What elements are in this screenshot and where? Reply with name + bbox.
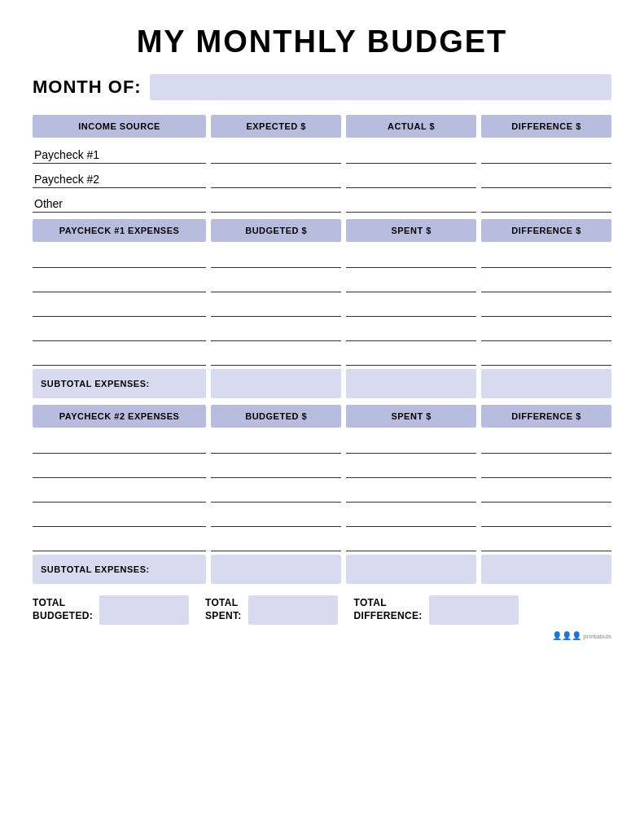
income-row2-difference[interactable]: [481, 167, 611, 188]
paycheck1-data-row-1: [33, 247, 611, 268]
paycheck2-header-row: PAYCHECK #2 EXPENSES BUDGETED $ SPENT $ …: [33, 405, 611, 428]
paycheck2-data-row-5: [33, 530, 611, 551]
p1-r1-spent[interactable]: [346, 247, 476, 268]
income-row1-difference[interactable]: [481, 143, 611, 164]
paycheck2-header-name: PAYCHECK #2 EXPENSES: [33, 405, 206, 428]
p1-r3-budgeted[interactable]: [211, 296, 341, 317]
p1-r2-spent[interactable]: [346, 271, 476, 292]
paycheck1-data-row-3: [33, 296, 611, 317]
p2-r5-label[interactable]: [33, 530, 206, 551]
p2-r2-diff[interactable]: [481, 457, 611, 478]
subtotal1-spent-value[interactable]: [346, 369, 476, 398]
p2-r4-diff[interactable]: [481, 506, 611, 527]
total-budgeted-block: TOTALBUDGETED:: [33, 595, 189, 625]
subtotal2-budgeted-value[interactable]: [211, 555, 341, 584]
p1-r1-diff[interactable]: [481, 247, 611, 268]
p2-r4-budgeted[interactable]: [211, 506, 341, 527]
p2-r1-label[interactable]: [33, 432, 206, 454]
p2-r3-diff[interactable]: [481, 481, 611, 503]
p1-r3-spent[interactable]: [346, 296, 476, 317]
subtotal2-spent-value[interactable]: [346, 555, 476, 584]
p2-r4-label[interactable]: [33, 506, 206, 527]
subtotal2-label: SUBTOTAL EXPENSES:: [33, 555, 206, 584]
paycheck2-header-difference: DIFFERENCE $: [481, 405, 611, 428]
total-spent-label: TOTALSPENT:: [205, 597, 241, 622]
income-header-expected: EXPECTED $: [211, 115, 341, 138]
p1-r3-diff[interactable]: [481, 296, 611, 317]
p2-r1-budgeted[interactable]: [211, 432, 341, 454]
p1-r4-budgeted[interactable]: [211, 320, 341, 341]
p2-r3-spent[interactable]: [346, 481, 476, 503]
income-section: INCOME SOURCE EXPECTED $ ACTUAL $ DIFFER…: [33, 115, 611, 213]
watermark-text: printabuls: [583, 633, 611, 640]
p1-r3-label[interactable]: [33, 296, 206, 317]
p1-r1-budgeted[interactable]: [211, 247, 341, 268]
income-row3-label: Other: [33, 191, 206, 213]
income-row3-difference[interactable]: [481, 191, 611, 213]
p2-r5-diff[interactable]: [481, 530, 611, 551]
p1-r5-budgeted[interactable]: [211, 345, 341, 366]
income-row-1: Paycheck #1: [33, 143, 611, 164]
p1-r5-label[interactable]: [33, 345, 206, 366]
p1-r4-diff[interactable]: [481, 320, 611, 341]
total-difference-value[interactable]: [429, 595, 519, 625]
income-row3-actual[interactable]: [346, 191, 476, 213]
p1-r5-diff[interactable]: [481, 345, 611, 366]
subtotal1-row: SUBTOTAL EXPENSES:: [33, 369, 611, 398]
p2-r2-label[interactable]: [33, 457, 206, 478]
income-row1-label: Paycheck #1: [33, 143, 206, 164]
p1-r2-diff[interactable]: [481, 271, 611, 292]
paycheck1-section: PAYCHECK #1 EXPENSES BUDGETED $ SPENT $ …: [33, 219, 611, 398]
paycheck1-header-spent: SPENT $: [346, 219, 476, 242]
p1-r2-label[interactable]: [33, 271, 206, 292]
income-row1-actual[interactable]: [346, 143, 476, 164]
income-row3-expected[interactable]: [211, 191, 341, 213]
paycheck2-data-row-3: [33, 481, 611, 503]
p2-r2-spent[interactable]: [346, 457, 476, 478]
paycheck1-data-row-5: [33, 345, 611, 366]
p1-r4-spent[interactable]: [346, 320, 476, 341]
total-spent-value[interactable]: [248, 595, 338, 625]
paycheck2-section: PAYCHECK #2 EXPENSES BUDGETED $ SPENT $ …: [33, 405, 611, 584]
p2-r3-budgeted[interactable]: [211, 481, 341, 503]
paycheck2-data-row-2: [33, 457, 611, 478]
income-row2-expected[interactable]: [211, 167, 341, 188]
income-header-actual: ACTUAL $: [346, 115, 476, 138]
p2-r5-spent[interactable]: [346, 530, 476, 551]
income-header-row: INCOME SOURCE EXPECTED $ ACTUAL $ DIFFER…: [33, 115, 611, 138]
subtotal1-label: SUBTOTAL EXPENSES:: [33, 369, 206, 398]
income-header-source: INCOME SOURCE: [33, 115, 206, 138]
p2-r3-label[interactable]: [33, 481, 206, 503]
total-difference-label: TOTALDIFFERENCE:: [354, 597, 423, 622]
month-row: MONTH OF:: [33, 74, 611, 100]
subtotal1-diff-value[interactable]: [481, 369, 611, 398]
income-row1-expected[interactable]: [211, 143, 341, 164]
month-label: MONTH OF:: [33, 77, 142, 98]
subtotal1-budgeted-value[interactable]: [211, 369, 341, 398]
p2-r2-budgeted[interactable]: [211, 457, 341, 478]
paycheck2-data-row-1: [33, 432, 611, 454]
p1-r5-spent[interactable]: [346, 345, 476, 366]
income-row2-actual[interactable]: [346, 167, 476, 188]
paycheck2-header-spent: SPENT $: [346, 405, 476, 428]
paycheck1-data-row-4: [33, 320, 611, 341]
p2-r1-diff[interactable]: [481, 432, 611, 454]
paycheck1-data-row-2: [33, 271, 611, 292]
p1-r4-label[interactable]: [33, 320, 206, 341]
total-difference-block: TOTALDIFFERENCE:: [354, 595, 519, 625]
p1-r1-label[interactable]: [33, 247, 206, 268]
totals-section: TOTALBUDGETED: TOTALSPENT: TOTALDIFFEREN…: [33, 595, 611, 625]
income-header-difference: DIFFERENCE $: [481, 115, 611, 138]
income-row-2: Paycheck #2: [33, 167, 611, 188]
p1-r2-budgeted[interactable]: [211, 271, 341, 292]
paycheck2-data-row-4: [33, 506, 611, 527]
total-budgeted-value[interactable]: [99, 595, 189, 625]
p2-r5-budgeted[interactable]: [211, 530, 341, 551]
subtotal2-diff-value[interactable]: [481, 555, 611, 584]
p2-r4-spent[interactable]: [346, 506, 476, 527]
total-budgeted-label: TOTALBUDGETED:: [33, 597, 93, 622]
month-input[interactable]: [150, 74, 611, 100]
paycheck1-header-difference: DIFFERENCE $: [481, 219, 611, 242]
p2-r1-spent[interactable]: [346, 432, 476, 454]
total-spent-block: TOTALSPENT:: [205, 595, 337, 625]
